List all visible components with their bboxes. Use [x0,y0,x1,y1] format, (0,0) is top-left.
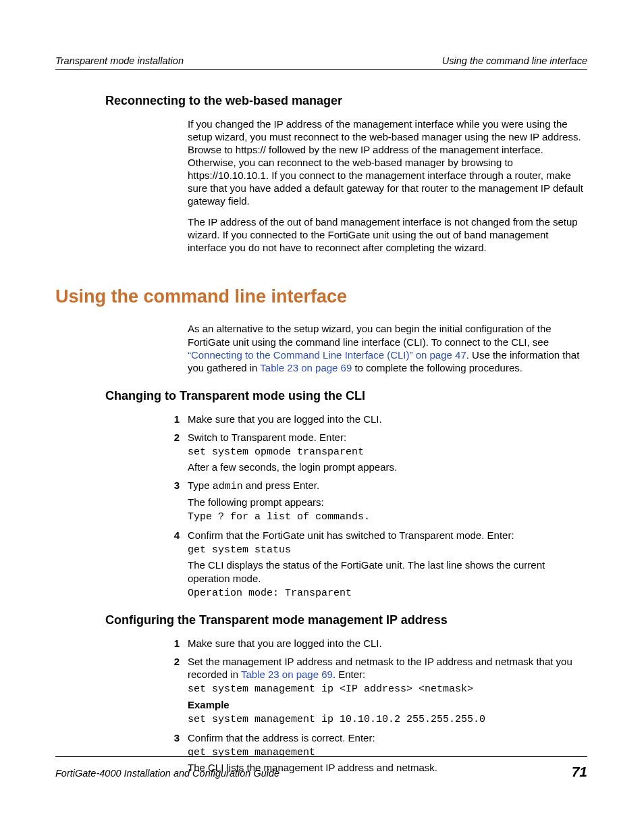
step-ip-3-text: Confirm that the address is correct. Ent… [188,731,585,744]
step-4-code-2: Operation mode: Transparent [188,587,585,600]
step-3-prompt: Type ? for a list of commands. [188,511,585,523]
step-ip-2-post: . Enter: [333,669,365,680]
header-right: Using the command line interface [442,55,587,66]
page-number: 71 [572,764,587,780]
body-cli-intro: As an alternative to the setup wizard, y… [188,322,585,373]
step-ip-2-text: Set the management IP address and netmas… [188,655,585,681]
link-table-23-a[interactable]: Table 23 on page 69 [260,362,352,373]
step-ip-2-code-1: set system management ip <IP address> <n… [188,683,585,696]
step-ip-2: 2 Set the management IP address and netm… [166,655,587,726]
step-number: 3 [166,479,180,492]
running-header: Transparent mode installation Using the … [55,55,587,66]
heading-configuring-ip: Configuring the Transparent mode managem… [105,613,587,627]
steps-configuring-ip: 1 Make sure that you are logged into the… [166,637,587,775]
footer-rule [55,756,587,757]
step-4-code-1: get system status [188,544,585,556]
step-3-post: and press Enter. [243,479,319,491]
step-2-code: set system opmode transparent [188,446,585,459]
heading-changing-transparent: Changing to Transparent mode using the C… [105,389,587,403]
step-ip-1: 1 Make sure that you are logged into the… [166,637,587,650]
step-number: 1 [166,413,180,425]
example-label: Example [188,698,585,711]
link-connecting-cli[interactable]: “Connecting to the Command Line Interfac… [188,349,466,361]
para-reconnecting-2: The IP address of the out of band manage… [188,215,585,254]
step-3-code-inline: admin [213,481,243,492]
step-4: 4 Confirm that the FortiGate unit has sw… [166,529,587,600]
step-3-prompt-label: The following prompt appears: [188,496,585,509]
footer: FortiGate-4000 Installation and Configur… [55,756,587,780]
step-ip-1-text: Make sure that you are logged into the C… [188,637,585,650]
step-number: 4 [166,529,180,542]
step-3-text: Type admin and press Enter. [188,479,585,493]
step-number: 1 [166,637,180,650]
intro-text-post: to complete the following procedures. [352,362,522,373]
step-number: 3 [166,731,180,744]
intro-text-pre: As an alternative to the setup wizard, y… [188,323,552,347]
step-4-text: Confirm that the FortiGate unit has swit… [188,529,585,542]
step-3: 3 Type admin and press Enter. The follow… [166,479,587,523]
heading-using-cli: Using the command line interface [55,286,587,307]
step-number: 2 [166,431,180,444]
step-2-text: Switch to Transparent mode. Enter: [188,431,585,444]
step-1: 1 Make sure that you are logged into the… [166,413,587,425]
document-page: Transparent mode installation Using the … [0,0,644,834]
header-left: Transparent mode installation [55,55,184,66]
para-cli-intro: As an alternative to the setup wizard, y… [188,322,585,373]
header-rule [55,69,587,70]
step-2-after: After a few seconds, the login prompt ap… [188,461,585,473]
para-reconnecting-1: If you changed the IP address of the man… [188,118,585,207]
step-2: 2 Switch to Transparent mode. Enter: set… [166,431,587,474]
steps-changing-transparent: 1 Make sure that you are logged into the… [166,413,587,600]
footer-title: FortiGate-4000 Installation and Configur… [55,768,279,779]
step-ip-2-code-2: set system management ip 10.10.10.2 255.… [188,713,585,726]
body-reconnecting: If you changed the IP address of the man… [188,118,585,254]
step-3-pre: Type [188,479,213,491]
link-table-23-b[interactable]: Table 23 on page 69 [241,669,333,680]
step-1-text: Make sure that you are logged into the C… [188,413,585,425]
heading-reconnecting: Reconnecting to the web-based manager [105,94,587,108]
step-number: 2 [166,655,180,668]
step-4-desc: The CLI displays the status of the Forti… [188,558,585,584]
